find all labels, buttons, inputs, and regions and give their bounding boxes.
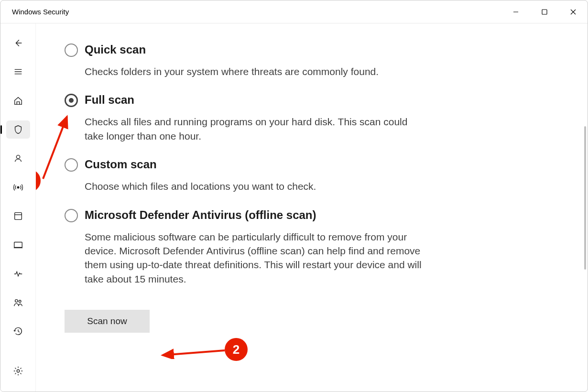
nav-family-options[interactable]: [6, 294, 30, 312]
maximize-button[interactable]: [530, 0, 559, 23]
scrollbar-thumb[interactable]: [584, 126, 586, 270]
nav-virus-protection[interactable]: [6, 120, 30, 139]
menu-button[interactable]: [6, 63, 30, 81]
option-title: Quick scan: [85, 43, 379, 57]
device-icon: [13, 240, 23, 250]
svg-point-7: [17, 370, 20, 372]
nav-account-protection[interactable]: [6, 149, 30, 167]
settings-icon: [13, 366, 23, 376]
svg-rect-3: [14, 213, 22, 220]
window-controls: [501, 0, 588, 23]
back-icon: [13, 38, 23, 48]
svg-point-5: [15, 300, 17, 303]
option-quick-scan: Quick scan Checks folders in your system…: [65, 43, 559, 78]
shield-icon: [13, 124, 23, 135]
nav-home[interactable]: [6, 92, 30, 110]
network-icon: [13, 182, 23, 193]
svg-rect-4: [14, 242, 22, 248]
option-title: Full scan: [85, 93, 429, 107]
radio-full-scan[interactable]: [65, 94, 78, 107]
menu-icon: [13, 66, 23, 77]
annotation-badge-1: 1: [36, 169, 41, 192]
option-full-scan: Full scan Checks all files and running p…: [65, 93, 559, 143]
nav-protection-history[interactable]: [6, 322, 30, 340]
nav-settings[interactable]: [6, 362, 30, 380]
option-description: Choose which files and locations you wan…: [85, 179, 316, 193]
nav-device-performance[interactable]: [6, 265, 30, 283]
option-description: Checks folders in your system where thre…: [85, 65, 379, 78]
nav-firewall[interactable]: [6, 178, 30, 196]
history-icon: [13, 326, 23, 337]
health-icon: [13, 269, 23, 279]
svg-point-6: [19, 300, 21, 303]
option-description: Some malicious software can be particula…: [85, 230, 429, 286]
svg-point-2: [17, 186, 19, 188]
nav-rail: [0, 23, 36, 392]
scan-options-panel: Quick scan Checks folders in your system…: [36, 23, 588, 392]
option-custom-scan: Custom scan Choose which files and locat…: [65, 157, 559, 193]
family-icon: [13, 297, 23, 308]
option-title: Microsoft Defender Antivirus (offline sc…: [85, 208, 429, 222]
account-icon: [13, 153, 23, 163]
minimize-button[interactable]: [501, 0, 530, 23]
svg-point-1: [16, 155, 20, 159]
option-title: Custom scan: [85, 157, 316, 172]
nav-device-security[interactable]: [6, 236, 30, 254]
back-button[interactable]: [6, 34, 30, 52]
annotation-badge-2: 2: [225, 338, 248, 361]
app-icon: [13, 211, 23, 221]
close-button[interactable]: [559, 0, 588, 23]
svg-rect-0: [542, 10, 547, 14]
scan-now-button[interactable]: Scan now: [65, 310, 150, 333]
home-icon: [13, 96, 23, 106]
option-description: Checks all files and running programs on…: [85, 115, 429, 143]
nav-app-browser[interactable]: [6, 207, 30, 225]
annotation-arrow-2: [158, 345, 227, 359]
window-title: Windows Security: [12, 8, 69, 16]
option-offline-scan: Microsoft Defender Antivirus (offline sc…: [65, 208, 559, 286]
radio-quick-scan[interactable]: [65, 44, 78, 57]
radio-offline-scan[interactable]: [65, 209, 78, 222]
radio-custom-scan[interactable]: [65, 158, 78, 172]
title-bar: Windows Security: [0, 0, 588, 23]
